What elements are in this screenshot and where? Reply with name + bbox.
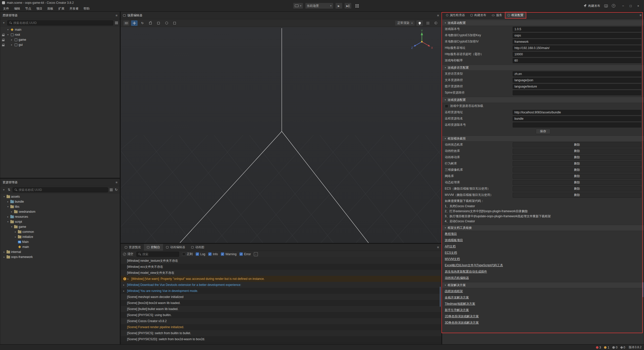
field-input[interactable] <box>513 27 641 32</box>
field-input[interactable] <box>513 46 641 51</box>
field-input[interactable] <box>513 78 641 83</box>
expand-arrow-icon[interactable] <box>3 256 6 258</box>
status-badge[interactable]: 3 <box>596 346 601 349</box>
expand-arrow-icon[interactable] <box>7 28 9 31</box>
menu-item[interactable]: 扩展 <box>56 7 67 11</box>
asset-row[interactable]: assets <box>0 194 120 199</box>
field-input[interactable] <box>513 71 641 76</box>
delete-module-button[interactable]: 删除 <box>513 174 641 179</box>
expand-arrow-icon[interactable] <box>123 284 126 286</box>
console-tab[interactable]: 控制台 <box>144 244 163 251</box>
field-input[interactable] <box>513 122 641 127</box>
delete-module-button[interactable]: 删除 <box>513 155 641 160</box>
expand-arrow-icon[interactable] <box>10 43 13 46</box>
close-button[interactable]: × <box>634 0 642 12</box>
expand-arrow-icon[interactable] <box>7 221 9 223</box>
section-header-solutions[interactable]: ▾ 框架解决方案 <box>442 282 644 288</box>
expand-arrow-icon[interactable] <box>3 251 6 253</box>
log-filter-toggle[interactable]: Error <box>239 252 251 256</box>
expand-arrow-icon[interactable] <box>10 226 13 228</box>
menu-item[interactable]: 项目 <box>34 7 45 11</box>
expand-arrow-icon[interactable] <box>10 210 13 213</box>
refresh-icon[interactable]: ↻ <box>114 188 118 192</box>
asset-row[interactable]: Main <box>0 239 120 244</box>
delete-module-button[interactable]: 删除 <box>513 161 641 166</box>
asset-row[interactable]: game <box>0 224 120 229</box>
asset-row[interactable]: oops-framework <box>0 254 120 259</box>
assets-search-input[interactable] <box>19 188 106 192</box>
console-tab[interactable]: 资源预览 <box>122 244 144 251</box>
screenshot-icon[interactable] <box>604 5 608 7</box>
asset-row[interactable]: seedrandom <box>0 209 120 214</box>
expand-arrow-icon[interactable] <box>123 290 126 292</box>
expand-arrow-icon[interactable] <box>10 38 13 41</box>
move-tool-button[interactable] <box>131 20 138 26</box>
log-row[interactable]: [Scene] Cocos Creator v3.8.2 <box>121 318 441 324</box>
delete-module-button[interactable]: 删除 <box>513 142 641 147</box>
console-tab[interactable]: 动画图 <box>188 244 207 251</box>
play-button[interactable]: ▶ <box>335 3 342 9</box>
asset-row[interactable]: initialize <box>0 234 120 239</box>
export-log-icon[interactable]: ↓ <box>254 252 258 256</box>
expand-arrow-icon[interactable] <box>3 195 6 198</box>
panel-menu-icon[interactable]: ≡ <box>115 14 117 17</box>
doc-link[interactable]: ECS文档 <box>445 251 457 255</box>
solution-link[interactable]: 全栈开发解决方案 <box>445 295 469 300</box>
log-row[interactable]: [Window] ecs文件夹不存在 <box>121 264 441 270</box>
save-button[interactable]: 保存 <box>536 129 550 134</box>
solution-link[interactable]: 3D角色扮演游戏解决方案 <box>445 321 479 325</box>
log-row[interactable]: [Scene] [PHYSICS]: using builtin. <box>121 312 441 318</box>
log-row[interactable]: [Scene] Forward render pipeline initiali… <box>121 324 441 330</box>
section-header-i18n[interactable]: ▾ 游戏多语言配置 <box>442 65 644 71</box>
console-scrollbar[interactable] <box>440 287 441 307</box>
solution-link[interactable]: Tiledmap地图解决方案 <box>445 302 475 306</box>
field-input[interactable] <box>513 39 641 44</box>
expand-arrow-icon[interactable] <box>14 236 17 238</box>
hierarchy-searchbox[interactable] <box>7 20 113 25</box>
step-button[interactable]: ▶ <box>344 3 351 9</box>
expand-arrow-icon[interactable] <box>7 215 9 218</box>
menu-item[interactable]: 面板 <box>45 7 56 11</box>
field-input[interactable] <box>513 110 641 115</box>
render-mode-dropdown[interactable]: 正常渲染 ▾ <box>395 20 415 26</box>
menu-item[interactable]: 编辑 <box>12 7 23 11</box>
log-row[interactable]: [Window] [Vue warn]: Property "onInput" … <box>121 276 441 282</box>
doc-link[interactable]: API文档 <box>445 244 456 249</box>
menu-item[interactable]: 开发者 <box>67 7 81 11</box>
expand-arrow-icon[interactable] <box>7 33 9 36</box>
field-input[interactable] <box>513 33 641 38</box>
stats-button[interactable] <box>424 20 431 26</box>
inspector-tab[interactable]: 框架配置 <box>505 12 526 19</box>
solution-link[interactable]: 2D角色扮演游戏解决方案 <box>445 314 479 319</box>
log-filter-toggle[interactable]: Info <box>208 252 218 256</box>
regex-toggle[interactable]: 正则 <box>182 252 193 256</box>
build-publish-button[interactable]: 构建发布 <box>584 4 600 8</box>
asset-row[interactable]: bundle <box>0 199 120 204</box>
delete-module-button[interactable]: 删除 <box>513 186 641 191</box>
menu-item[interactable]: 文件 <box>1 7 12 11</box>
delete-module-button[interactable]: 删除 <box>513 167 641 172</box>
assets-searchbox[interactable] <box>13 187 108 192</box>
log-row[interactable]: [Window] Download the Vue Devtools exten… <box>121 282 441 288</box>
doc-link[interactable]: 动画状态机编辑器 <box>445 276 469 280</box>
expand-arrow-icon[interactable] <box>14 231 17 233</box>
log-row[interactable]: [Scene] meshopt wasm decoder initialized <box>121 294 441 300</box>
log-row[interactable]: [Window] render_texture文件夹不存在 <box>121 258 441 264</box>
section-header-trim[interactable]: ▾ 框架模块裁剪 <box>442 136 644 142</box>
asset-row[interactable]: main <box>0 244 120 249</box>
preview-target-button[interactable]: ▾ <box>293 3 303 9</box>
solution-link[interactable]: 新手引导解决方案 <box>445 308 469 312</box>
sort-icon[interactable]: ⇅ <box>7 188 11 192</box>
field-input[interactable] <box>513 52 641 57</box>
delete-module-button[interactable]: 删除 <box>513 193 641 198</box>
inspector-tab[interactable]: 服务 <box>489 12 505 19</box>
panel-menu-icon[interactable]: ≡ <box>639 13 641 17</box>
rotate-tool-button[interactable]: ↻ <box>139 20 146 26</box>
asset-row[interactable]: libs <box>0 204 120 209</box>
hierarchy-node-row[interactable]: main <box>0 27 120 32</box>
hierarchy-node-row[interactable]: root <box>0 32 120 37</box>
status-badge[interactable]: 0 <box>621 346 625 349</box>
field-input[interactable] <box>513 58 641 63</box>
expand-arrow-icon[interactable] <box>128 278 130 280</box>
help-icon[interactable]: ? <box>612 4 615 8</box>
